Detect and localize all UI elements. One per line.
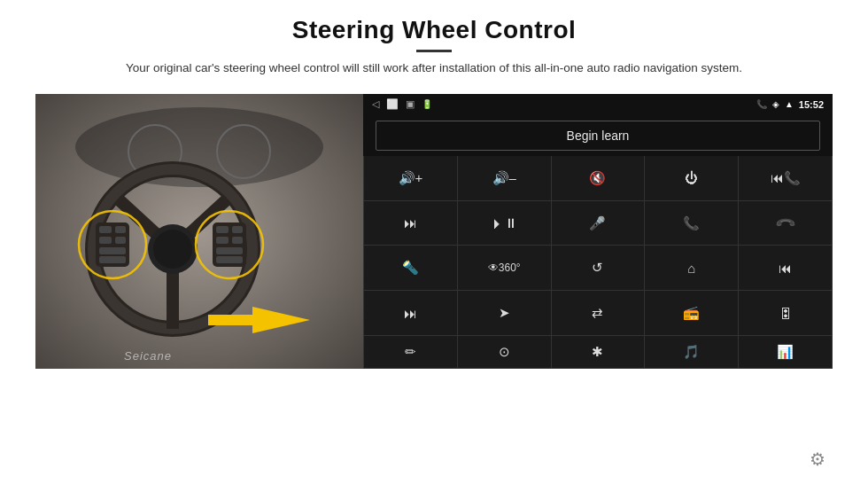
status-bar-right: 📞 ◈ ▲ 15:52	[756, 99, 824, 110]
settings2-icon: ⊙	[499, 344, 510, 360]
radio-button[interactable]: 📻	[645, 291, 738, 335]
car-background-svg: Seicane	[35, 94, 363, 369]
begin-learn-area: Begin learn	[363, 115, 833, 156]
prev-track-button[interactable]: ⏮📞	[739, 156, 832, 200]
hangup-button[interactable]: 📞	[739, 201, 832, 246]
home-nav-button[interactable]: ⌂	[645, 246, 738, 290]
bluetooth-icon: ✱	[592, 344, 603, 360]
vol-down-button[interactable]: 🔊–	[458, 156, 551, 200]
switch-button[interactable]: ⇄	[552, 291, 645, 335]
switch-icon: ⇄	[592, 305, 603, 321]
svg-rect-13	[99, 226, 112, 233]
recent-apps-icon[interactable]: ▣	[406, 98, 415, 110]
mic-button[interactable]: 🎤	[552, 201, 645, 246]
vol-up-icon: 🔊+	[399, 170, 423, 186]
clock: 15:52	[799, 99, 824, 110]
svg-rect-19	[216, 226, 229, 233]
rewind-icon: ⏮	[779, 261, 792, 276]
title-section: Steering Wheel Control Your original car…	[126, 16, 742, 78]
navigate-button[interactable]: ➤	[458, 291, 551, 335]
home-icon[interactable]: ⬜	[386, 98, 399, 110]
play-pause-icon: ⏵⏸	[491, 215, 517, 230]
svg-rect-14	[115, 226, 126, 233]
next-icon: ⏭	[404, 215, 417, 230]
mic-icon: 🎤	[589, 215, 606, 231]
music-button[interactable]: 🎵	[645, 336, 738, 368]
power-button[interactable]: ⏻	[645, 156, 738, 200]
svg-rect-24	[216, 256, 243, 263]
status-bar: ◁ ⬜ ▣ 🔋 📞 ◈ ▲ 15:52	[363, 94, 833, 115]
svg-rect-21	[216, 237, 229, 244]
eq-button[interactable]: 🎛	[739, 291, 832, 335]
content-area: Seicane ◁ ⬜ ▣ 🔋 📞 ◈ ▲ 15:52	[35, 94, 833, 475]
back-nav-icon[interactable]: ◁	[372, 98, 379, 110]
navigate-icon: ➤	[499, 305, 510, 321]
spectrum-icon: 📊	[777, 344, 794, 360]
svg-rect-20	[232, 226, 243, 233]
back-nav-icon2: ↺	[592, 260, 603, 276]
notification-icon: 🔋	[422, 99, 432, 109]
svg-rect-22	[232, 237, 243, 244]
title-divider	[416, 50, 452, 52]
radio-icon: 📻	[683, 305, 700, 321]
music-icon: 🎵	[683, 344, 700, 360]
status-bar-left: ◁ ⬜ ▣ 🔋	[372, 98, 432, 110]
prev-track-icon: ⏮📞	[771, 170, 801, 186]
settings2-button[interactable]: ⊙	[458, 336, 551, 368]
vol-up-button[interactable]: 🔊+	[364, 156, 457, 200]
fast-forward-button[interactable]: ⏭	[364, 291, 457, 335]
svg-rect-23	[216, 247, 243, 254]
svg-rect-28	[208, 315, 257, 325]
page-wrapper: Steering Wheel Control Your original car…	[0, 0, 868, 484]
play-pause-button[interactable]: ⏵⏸	[458, 201, 551, 246]
spectrum-button[interactable]: 📊	[739, 336, 832, 368]
power-icon: ⏻	[685, 170, 698, 185]
car-image: Seicane	[35, 94, 363, 369]
svg-rect-15	[99, 237, 112, 244]
android-screen: ◁ ⬜ ▣ 🔋 📞 ◈ ▲ 15:52 Begin learn	[363, 94, 833, 369]
next-button[interactable]: ⏭	[364, 201, 457, 246]
light-icon: 🔦	[402, 260, 419, 276]
page-title: Steering Wheel Control	[126, 16, 742, 44]
call-button[interactable]: 📞	[645, 201, 738, 246]
svg-text:Seicane: Seicane	[124, 349, 172, 363]
phone-icon: 📞	[756, 99, 767, 109]
gear-settings-button[interactable]: ⚙	[810, 449, 825, 470]
camera360-icon: 👁360°	[488, 262, 521, 274]
wifi-icon: ◈	[772, 99, 779, 109]
mute-icon: 🔇	[589, 170, 606, 186]
mute-button[interactable]: 🔇	[552, 156, 645, 200]
call-icon: 📞	[683, 215, 700, 231]
bluetooth-button[interactable]: ✱	[552, 336, 645, 368]
svg-rect-17	[99, 247, 126, 254]
svg-rect-16	[115, 237, 126, 244]
fast-forward-icon: ⏭	[404, 306, 417, 321]
edit-button[interactable]: ✏	[364, 336, 457, 368]
light-button[interactable]: 🔦	[364, 246, 457, 290]
hangup-icon: 📞	[774, 211, 797, 234]
svg-rect-18	[99, 256, 126, 263]
subtitle: Your original car's steering wheel contr…	[126, 59, 742, 78]
begin-learn-button[interactable]: Begin learn	[376, 121, 820, 151]
signal-icon: ▲	[785, 99, 794, 109]
vol-down-icon: 🔊–	[492, 170, 516, 186]
controls-grid: 🔊+ 🔊– 🔇 ⏻ ⏮📞 ⏭ ⏵⏸	[363, 156, 833, 369]
camera360-button[interactable]: 👁360°	[458, 246, 551, 290]
back-nav-button[interactable]: ↺	[552, 246, 645, 290]
edit-icon: ✏	[405, 344, 416, 360]
rewind-button[interactable]: ⏮	[739, 246, 832, 290]
svg-point-10	[153, 230, 192, 269]
home-nav-icon: ⌂	[687, 261, 695, 276]
eq-icon: 🎛	[779, 306, 792, 321]
